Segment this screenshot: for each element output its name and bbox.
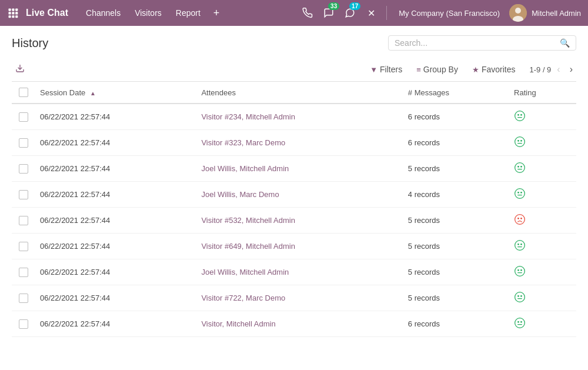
row-checkbox-cell bbox=[12, 182, 33, 208]
search-icon[interactable]: 🔍 bbox=[560, 38, 570, 48]
nav-channels[interactable]: Channels bbox=[80, 5, 126, 21]
row-attendees[interactable]: Visitor, Mitchell Admin bbox=[194, 311, 400, 337]
page-title: History bbox=[12, 36, 388, 50]
row-attendees[interactable]: Visitor #649, Mitchell Admin bbox=[194, 234, 400, 259]
star-icon: ★ bbox=[472, 65, 479, 74]
row-checkbox[interactable] bbox=[19, 242, 28, 251]
user-avatar[interactable] bbox=[509, 4, 527, 22]
pager-info: 1-9 / 9 bbox=[529, 65, 551, 74]
svg-point-25 bbox=[515, 189, 525, 199]
attendees-link[interactable]: Visitor #234, Mitchell Admin bbox=[201, 112, 295, 121]
row-checkbox[interactable] bbox=[19, 268, 28, 277]
favorites-button[interactable]: ★ Favorites bbox=[465, 61, 523, 78]
select-all-checkbox[interactable] bbox=[19, 88, 28, 97]
username-label[interactable]: Mitchell Admin bbox=[532, 9, 581, 18]
table-row[interactable]: 06/22/2021 22:57:44Visitor #532, Mitchel… bbox=[12, 208, 576, 234]
row-attendees[interactable]: Visitor #722, Marc Demo bbox=[194, 285, 400, 311]
attendees-link[interactable]: Visitor #649, Mitchell Admin bbox=[201, 242, 295, 251]
row-checkbox[interactable] bbox=[19, 112, 28, 122]
apps-menu-icon[interactable] bbox=[7, 7, 19, 19]
row-checkbox[interactable] bbox=[19, 190, 28, 199]
nav-report[interactable]: Report bbox=[170, 5, 206, 21]
row-rating bbox=[507, 208, 576, 234]
pager-next-button[interactable]: › bbox=[566, 62, 576, 77]
chat-icon-button[interactable]: 17 bbox=[342, 5, 358, 21]
row-messages: 6 records bbox=[401, 130, 507, 156]
rating-face bbox=[514, 136, 526, 149]
svg-rect-3 bbox=[9, 12, 11, 14]
row-checkbox[interactable] bbox=[19, 319, 28, 329]
row-checkbox[interactable] bbox=[19, 294, 28, 303]
table-row[interactable]: 06/22/2021 22:57:44Joel Willis, Marc Dem… bbox=[12, 182, 576, 208]
row-attendees[interactable]: Joel Willis, Mitchell Admin bbox=[194, 156, 400, 182]
table-row[interactable]: 06/22/2021 22:57:44Visitor #722, Marc De… bbox=[12, 285, 576, 311]
topnav-right-section: 33 17 ✕ My Company (San Francisco) Mitch… bbox=[299, 4, 581, 22]
company-selector[interactable]: My Company (San Francisco) bbox=[394, 6, 505, 20]
table-row[interactable]: 06/22/2021 22:57:44Joel Willis, Mitchell… bbox=[12, 156, 576, 182]
toolbar: ▼ Filters ≡ Group By ★ Favorites 1-9 / 9… bbox=[12, 58, 576, 82]
groupby-icon: ≡ bbox=[416, 65, 421, 74]
row-messages: 5 records bbox=[401, 285, 507, 311]
svg-point-21 bbox=[515, 163, 525, 173]
attendees-link[interactable]: Joel Willis, Mitchell Admin bbox=[201, 164, 289, 173]
table-row[interactable]: 06/22/2021 22:57:44Visitor, Mitchell Adm… bbox=[12, 311, 576, 337]
row-attendees[interactable]: Visitor #234, Mitchell Admin bbox=[194, 104, 400, 130]
download-button[interactable] bbox=[12, 61, 28, 78]
svg-point-34 bbox=[518, 244, 519, 245]
table-row[interactable]: 06/22/2021 22:57:44Joel Willis, Mitchell… bbox=[12, 259, 576, 285]
phone-icon-button[interactable] bbox=[299, 5, 316, 21]
svg-point-30 bbox=[518, 218, 519, 219]
attendees-link[interactable]: Visitor #323, Marc Demo bbox=[201, 138, 285, 147]
close-icon-button[interactable]: ✕ bbox=[363, 5, 379, 21]
top-navigation: Live Chat Channels Visitors Report + 33 … bbox=[0, 0, 588, 26]
svg-point-15 bbox=[518, 115, 519, 116]
search-container: 🔍 bbox=[388, 35, 576, 51]
attendees-link[interactable]: Visitor #722, Marc Demo bbox=[201, 294, 285, 302]
col-header-session-date[interactable]: Session Date ▲ bbox=[33, 82, 194, 104]
row-checkbox[interactable] bbox=[19, 216, 28, 225]
svg-rect-7 bbox=[12, 15, 14, 18]
row-messages: 5 records bbox=[401, 259, 507, 285]
row-attendees[interactable]: Joel Willis, Mitchell Admin bbox=[194, 259, 400, 285]
attendees-link[interactable]: Joel Willis, Mitchell Admin bbox=[201, 268, 289, 276]
table-row[interactable]: 06/22/2021 22:57:44Visitor #323, Marc De… bbox=[12, 130, 576, 156]
row-session-date: 06/22/2021 22:57:44 bbox=[33, 104, 194, 130]
pager-prev-button[interactable]: ‹ bbox=[553, 62, 563, 77]
table-row[interactable]: 06/22/2021 22:57:44Visitor #649, Mitchel… bbox=[12, 234, 576, 259]
attendees-link[interactable]: Visitor #532, Mitchell Admin bbox=[201, 216, 295, 225]
row-checkbox-cell bbox=[12, 208, 33, 234]
row-session-date: 06/22/2021 22:57:44 bbox=[33, 259, 194, 285]
row-checkbox[interactable] bbox=[19, 164, 28, 174]
add-menu-button[interactable]: + bbox=[209, 4, 225, 22]
svg-point-35 bbox=[521, 244, 522, 245]
row-checkbox-cell bbox=[12, 234, 33, 259]
table-row[interactable]: 06/22/2021 22:57:44Visitor #234, Mitchel… bbox=[12, 104, 576, 130]
svg-point-10 bbox=[515, 8, 521, 14]
table-header: Session Date ▲ Attendees # Messages Rati… bbox=[12, 82, 576, 104]
row-attendees[interactable]: Visitor #532, Mitchell Admin bbox=[194, 208, 400, 234]
svg-point-36 bbox=[515, 266, 525, 276]
col-label-messages: # Messages bbox=[408, 88, 449, 97]
col-label-session-date: Session Date bbox=[40, 88, 85, 97]
attendees-link[interactable]: Joel Willis, Marc Demo bbox=[201, 190, 279, 199]
svg-rect-2 bbox=[15, 9, 18, 11]
search-input[interactable] bbox=[395, 38, 560, 48]
row-attendees[interactable]: Joel Willis, Marc Demo bbox=[194, 182, 400, 208]
svg-point-42 bbox=[518, 296, 519, 297]
row-attendees[interactable]: Visitor #323, Marc Demo bbox=[194, 130, 400, 156]
row-checkbox[interactable] bbox=[19, 138, 28, 148]
svg-point-19 bbox=[518, 141, 519, 142]
filters-button[interactable]: ▼ Filters bbox=[363, 61, 409, 78]
groupby-button[interactable]: ≡ Group By bbox=[409, 61, 465, 78]
svg-point-23 bbox=[518, 166, 519, 168]
svg-point-31 bbox=[521, 218, 522, 219]
toolbar-right: ▼ Filters ≡ Group By ★ Favorites 1-9 / 9… bbox=[363, 61, 576, 78]
row-session-date: 06/22/2021 22:57:44 bbox=[33, 234, 194, 259]
row-checkbox-cell bbox=[12, 130, 33, 156]
svg-point-43 bbox=[521, 296, 522, 297]
attendees-link[interactable]: Visitor, Mitchell Admin bbox=[201, 319, 275, 328]
nav-visitors[interactable]: Visitors bbox=[129, 5, 168, 21]
messages-icon-button[interactable]: 33 bbox=[320, 5, 337, 21]
svg-point-47 bbox=[521, 322, 522, 323]
groupby-label: Group By bbox=[423, 65, 458, 74]
